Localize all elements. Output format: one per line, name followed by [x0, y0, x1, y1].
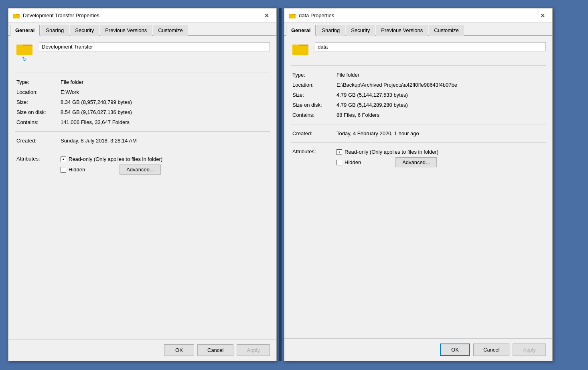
- location-label-1: Location:: [15, 87, 59, 97]
- size-on-disk-row-1: Size on disk: 8.54 GB (9,176,027,136 byt…: [15, 107, 270, 117]
- titlebar-1: Development Transfer Properties ✕: [8, 8, 276, 23]
- advanced-button-1[interactable]: Advanced...: [120, 165, 161, 175]
- created-table-2: Created: Today, 4 February 2020, 1 hour …: [291, 128, 546, 138]
- attributes-controls-1: Read-only (Only applies to files in fold…: [59, 154, 270, 177]
- location-label-2: Location:: [291, 80, 335, 90]
- folder-icon-1: [16, 42, 32, 55]
- folder-title-icon-2: [289, 12, 296, 19]
- titlebar-title-1: Development Transfer Properties: [23, 12, 99, 18]
- size-row-2: Size: 4.79 GB (5,144,127,533 bytes): [291, 90, 546, 100]
- close-button-2[interactable]: ✕: [538, 11, 547, 20]
- attributes-label-1: Attributes:: [15, 154, 59, 177]
- ok-button-2[interactable]: OK: [440, 344, 470, 356]
- tab-general-2[interactable]: General: [286, 25, 316, 36]
- type-row-2: Type: File folder: [291, 70, 546, 80]
- dialog-development-transfer: Development Transfer Properties ✕ Genera…: [8, 8, 277, 361]
- advanced-button-2[interactable]: Advanced...: [395, 157, 437, 167]
- size-on-disk-value-1: 8.54 GB (9,176,027,136 bytes): [59, 107, 270, 117]
- info-table-1: Type: File folder Location: E:\Work Size…: [15, 77, 270, 127]
- tab-security-2[interactable]: Security: [346, 25, 375, 36]
- hidden-checkbox-2[interactable]: [337, 160, 342, 165]
- close-button-1[interactable]: ✕: [262, 11, 272, 20]
- size-on-disk-label-1: Size on disk:: [15, 107, 59, 117]
- size-row-1: Size: 8.34 GB (8,957,248,799 bytes): [15, 97, 270, 107]
- contains-value-2: 88 Files, 6 Folders: [335, 110, 546, 120]
- folder-name-input-2[interactable]: [315, 42, 546, 51]
- folder-icon-container-2: [291, 42, 310, 55]
- dialog-footer-2: OK Cancel Apply: [284, 338, 552, 361]
- svg-rect-8: [289, 15, 296, 18]
- folder-title-icon-1: [13, 12, 20, 19]
- folder-icon-2: [292, 42, 308, 55]
- readonly-checkbox-1[interactable]: [61, 157, 66, 162]
- type-value-1: File folder: [59, 77, 270, 87]
- tab-sharing-2[interactable]: Sharing: [316, 25, 345, 36]
- attributes-label-2: Attributes:: [291, 147, 335, 169]
- location-value-1: E:\Work: [59, 87, 270, 97]
- readonly-checkbox-2[interactable]: [337, 149, 342, 155]
- folder-icon-container-1: ↻: [15, 42, 34, 62]
- readonly-label-1: Read-only (Only applies to files in fold…: [69, 156, 162, 162]
- svg-rect-5: [16, 46, 32, 55]
- apply-button-2[interactable]: Apply: [513, 344, 546, 356]
- attributes-controls-2: Read-only (Only applies to files in fold…: [335, 147, 546, 169]
- created-value-1: Sunday, 8 July 2018, 3:28:14 AM: [59, 136, 270, 146]
- type-label-2: Type:: [291, 70, 335, 80]
- tab-sharing-1[interactable]: Sharing: [41, 25, 69, 36]
- size-value-2: 4.79 GB (5,144,127,533 bytes): [335, 90, 546, 100]
- location-value-2: E:\Backup\Archived Projects\a42ff0ffe986…: [335, 80, 546, 90]
- tab-customize-1[interactable]: Customize: [153, 25, 188, 36]
- tab-general-1[interactable]: General: [10, 25, 40, 36]
- tabs-1: General Sharing Security Previous Versio…: [8, 23, 276, 36]
- location-row-1: Location: E:\Work: [15, 87, 270, 97]
- size-value-1: 8.34 GB (8,957,248,799 bytes): [59, 97, 270, 107]
- apply-button-1[interactable]: Apply: [237, 344, 270, 356]
- created-table-1: Created: Sunday, 8 July 2018, 3:28:14 AM: [15, 136, 270, 146]
- svg-rect-2: [13, 15, 20, 18]
- cancel-button-2[interactable]: Cancel: [473, 344, 509, 356]
- created-row-2: Created: Today, 4 February 2020, 1 hour …: [291, 128, 546, 138]
- dialog-content-2: Type: File folder Location: E:\Backup\Ar…: [284, 36, 552, 338]
- svg-rect-11: [292, 46, 308, 55]
- location-row-2: Location: E:\Backup\Archived Projects\a4…: [291, 80, 546, 90]
- created-row-1: Created: Sunday, 8 July 2018, 3:28:14 AM: [15, 136, 270, 146]
- ok-button-1[interactable]: OK: [164, 344, 194, 356]
- size-label-1: Size:: [15, 97, 59, 107]
- attributes-table-2: Attributes: Read-only (Only applies to f…: [291, 147, 546, 169]
- contains-row-1: Contains: 141,006 Files, 33,647 Folders: [15, 117, 270, 127]
- contains-label-1: Contains:: [15, 117, 59, 127]
- type-label-1: Type:: [15, 77, 59, 87]
- size-on-disk-label-2: Size on disk:: [291, 100, 335, 110]
- size-on-disk-row-2: Size on disk: 4.79 GB (5,144,289,280 byt…: [291, 100, 546, 110]
- dialog-content-1: ↻ Type: File folder Location: E:\Work Si…: [8, 36, 276, 339]
- sync-icon-1: ↻: [22, 56, 27, 62]
- contains-row-2: Contains: 88 Files, 6 Folders: [291, 110, 546, 120]
- type-value-2: File folder: [335, 70, 546, 80]
- contains-value-1: 141,006 Files, 33,647 Folders: [59, 117, 270, 127]
- size-label-2: Size:: [291, 90, 335, 100]
- dialog-footer-1: OK Cancel Apply: [8, 339, 276, 361]
- folder-name-row-1: ↻: [15, 42, 270, 62]
- info-table-2: Type: File folder Location: E:\Backup\Ar…: [291, 70, 546, 120]
- created-label-2: Created:: [291, 128, 335, 138]
- contains-label-2: Contains:: [291, 110, 335, 120]
- folder-name-row-2: [291, 42, 546, 55]
- tabs-2: General Sharing Security Previous Versio…: [284, 23, 552, 36]
- hidden-checkbox-1[interactable]: [61, 167, 66, 173]
- titlebar-title-2: data Properties: [299, 12, 334, 18]
- tab-previous-versions-1[interactable]: Previous Versions: [100, 25, 152, 36]
- hidden-label-2: Hidden: [345, 159, 361, 165]
- created-label-1: Created:: [15, 136, 59, 146]
- tab-previous-versions-2[interactable]: Previous Versions: [376, 25, 428, 36]
- tab-customize-2[interactable]: Customize: [429, 25, 464, 36]
- folder-name-input-1[interactable]: [39, 42, 270, 51]
- cancel-button-1[interactable]: Cancel: [197, 344, 233, 356]
- separator: [279, 8, 282, 361]
- hidden-label-1: Hidden: [69, 167, 85, 173]
- size-on-disk-value-2: 4.79 GB (5,144,289,280 bytes): [335, 100, 546, 110]
- type-row-1: Type: File folder: [15, 77, 270, 87]
- tab-security-1[interactable]: Security: [70, 25, 99, 36]
- created-value-2: Today, 4 February 2020, 1 hour ago: [335, 128, 546, 138]
- dialog-data: data Properties ✕ General Sharing Securi…: [284, 8, 553, 361]
- attributes-row-1: Attributes: Read-only (Only applies to f…: [15, 154, 270, 177]
